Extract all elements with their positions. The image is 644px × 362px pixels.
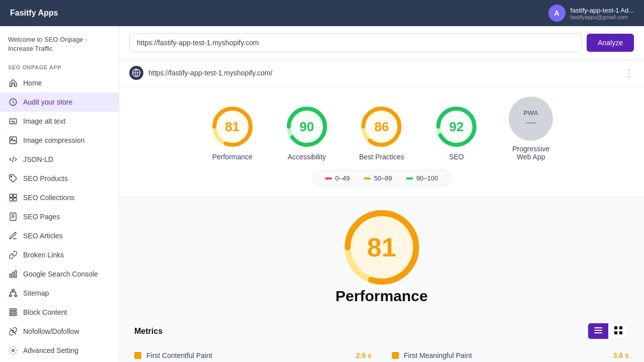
sidebar-item-label: Nofollow/Dofollow (23, 327, 79, 335)
svg-rect-39 (619, 331, 622, 334)
score-best-practices: 86 Best Practices (359, 105, 404, 161)
legend-label: 90–100 (416, 174, 438, 182)
svg-rect-12 (15, 271, 17, 278)
sidebar-item-block-content[interactable]: Block Content (0, 303, 119, 322)
sidebar-item-label: Broken Links (23, 251, 64, 259)
sidebar-welcome: Welcome to SEO Onpage - Increase Traffic (0, 26, 119, 58)
sidebar-item-home[interactable]: Home (0, 73, 119, 93)
sidebar-item-label: Image compression (23, 136, 85, 144)
svg-rect-18 (10, 314, 17, 316)
sidebar-item-label: Advanced Setting (23, 346, 78, 354)
sidebar-item-label: SEO Products (23, 174, 68, 183)
metric-name: First Meaningful Paint (404, 351, 472, 359)
svg-rect-11 (13, 273, 14, 278)
sidebar-item-label: SEO Pages (23, 213, 60, 221)
legend-dot (364, 177, 371, 179)
app-header: Fasitfy Apps A fastify-app-test-1 Ad... … (0, 0, 644, 26)
metric-left: First Contentful Paint (134, 351, 212, 359)
score-seo: 92 SEO (434, 105, 478, 161)
sidebar-item-advanced[interactable]: Advanced Setting (0, 341, 119, 360)
svg-rect-37 (619, 326, 622, 329)
performance-title: Performance (336, 288, 428, 305)
score-label-performance: Performance (212, 153, 253, 161)
scores-section: 81 Performance 90 Accessibility 86 Best … (119, 86, 644, 197)
more-options-icon[interactable]: ⋮ (624, 67, 634, 79)
sidebar-item-seo-collections[interactable]: SEO Collections (0, 188, 119, 207)
link-icon (8, 250, 18, 260)
score-performance: 81 Performance (210, 105, 255, 161)
svg-rect-6 (14, 195, 17, 198)
sidebar-item-nofollow[interactable]: Nofollow/Dofollow (0, 322, 119, 341)
chart-icon (8, 269, 18, 279)
legend-90–100: 90–100 (406, 174, 438, 182)
svg-rect-34 (594, 330, 602, 331)
sidebar-item-seo-products[interactable]: SEO Products (0, 169, 119, 188)
toggle-grid-btn[interactable] (608, 323, 628, 339)
svg-line-19 (10, 328, 16, 334)
audit-icon (8, 97, 18, 107)
metrics-label: Metrics (134, 327, 163, 336)
site-url: https://fastify-app-test-1.myshopify.com… (148, 69, 272, 77)
user-name: fastify-app-test-1 Ad... (571, 7, 634, 14)
metric-row: First Meaningful Paint 3.6 s (392, 346, 629, 362)
article-icon (8, 231, 18, 241)
svg-rect-16 (10, 309, 17, 311)
svg-rect-36 (614, 326, 617, 329)
url-input[interactable] (129, 33, 582, 52)
metrics-toggle[interactable] (588, 323, 629, 339)
sidebar-item-alt[interactable]: Image alt text (0, 112, 119, 131)
score-number-seo: 92 (449, 119, 464, 135)
score-number-accessibility: 90 (299, 119, 314, 135)
sidebar-item-jsonld[interactable]: JSON-LD (0, 150, 119, 169)
performance-big-circle: 81 (342, 207, 422, 288)
alt-icon (8, 116, 18, 126)
svg-rect-17 (10, 312, 17, 313)
user-menu[interactable]: A fastify-app-test-1 Ad... fastifyapps@g… (548, 5, 634, 22)
score-label-best-practices: Best Practices (359, 153, 404, 161)
sidebar-item-label: SEO Collections (23, 194, 74, 202)
toggle-list-btn[interactable] (588, 323, 608, 339)
sidebar-item-seo-pages[interactable]: SEO Pages (0, 207, 119, 226)
analyze-button[interactable]: Analyze (587, 34, 634, 52)
score-label-seo: SEO (449, 153, 464, 161)
nofollow-icon (8, 326, 18, 336)
site-row: https://fastify-app-test-1.myshopify.com… (119, 60, 644, 86)
legend-label: 50–89 (374, 174, 392, 182)
pwa-circle: PWA — (509, 97, 553, 141)
metric-value: 3.6 s (613, 351, 629, 359)
legend-row: 0–49 50–89 90–100 (312, 170, 450, 187)
sidebar-item-label: Sitemap (23, 289, 49, 297)
sidebar-item-label: Block Content (23, 308, 67, 316)
svg-rect-15 (15, 295, 17, 297)
sidebar-item-label: Audit your store (23, 98, 72, 106)
svg-rect-10 (10, 274, 11, 278)
score-circle-seo: 92 (434, 105, 478, 149)
gear-icon (8, 345, 18, 355)
metric-indicator (392, 352, 399, 359)
sidebar-item-pricing[interactable]: Pricing (0, 360, 119, 362)
sidebar-item-seo-articles[interactable]: SEO Articles (0, 226, 119, 245)
metric-indicator (134, 352, 141, 359)
avatar: A (548, 5, 566, 22)
score-accessibility: 90 Accessibility (285, 105, 329, 161)
metric-name: First Contentful Paint (146, 351, 212, 359)
block-icon (8, 307, 18, 317)
sidebar-item-label: Image alt text (23, 117, 65, 125)
sidebar-item-google-search[interactable]: Google Search Console (0, 264, 119, 284)
performance-detail: 81 Performance Metrics First Contentful (119, 197, 644, 362)
sidebar-item-audit[interactable]: Audit your store (0, 93, 119, 112)
legend-dot (325, 177, 332, 179)
svg-rect-7 (10, 198, 13, 201)
page-icon (8, 212, 18, 222)
sidebar-item-broken-links[interactable]: Broken Links (0, 245, 119, 264)
sidebar-item-label: SEO Articles (23, 232, 63, 240)
sidebar-item-sitemap[interactable]: Sitemap (0, 284, 119, 303)
svg-point-3 (11, 139, 12, 140)
svg-rect-35 (594, 332, 602, 333)
svg-rect-8 (14, 198, 17, 201)
tag-icon (8, 173, 18, 184)
url-bar: Analyze (119, 26, 644, 60)
sidebar-item-compression[interactable]: Image compression (0, 131, 119, 150)
main-content: Analyze https://fastify-app-test-1.mysho… (119, 26, 644, 362)
metrics-header: Metrics (134, 323, 629, 339)
